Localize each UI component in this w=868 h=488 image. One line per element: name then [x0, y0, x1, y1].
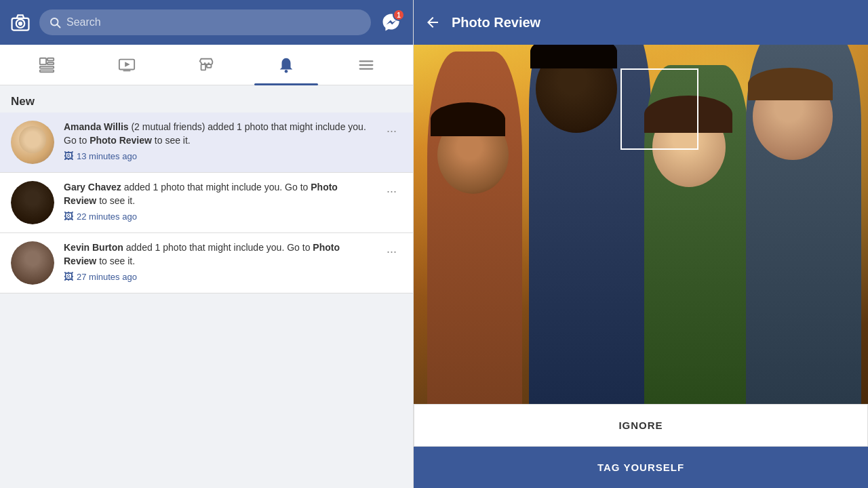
- notif-time-1: 🖼 13 minutes ago: [64, 150, 372, 161]
- search-icon: [49, 16, 61, 28]
- messenger-badge: 1: [393, 9, 405, 21]
- avatar-3: [11, 241, 54, 285]
- svg-rect-14: [207, 64, 212, 68]
- svg-point-15: [285, 69, 288, 73]
- more-options-1[interactable]: ···: [381, 121, 402, 141]
- nav-bar: [0, 45, 413, 85]
- left-panel: 1: [0, 0, 414, 488]
- notif-content-1: Amanda Willis (2 mutual friends) added 1…: [64, 121, 372, 161]
- svg-rect-6: [47, 58, 54, 60]
- photo-review-title: Photo Review: [452, 15, 540, 30]
- notification-item-2[interactable]: Gary Chavez added 1 photo that might inc…: [0, 173, 413, 233]
- back-button[interactable]: [425, 14, 441, 30]
- nav-item-watch[interactable]: [87, 45, 167, 85]
- notif-content-2: Gary Chavez added 1 photo that might inc…: [64, 181, 372, 222]
- notif-text-1: Amanda Willis (2 mutual friends) added 1…: [64, 121, 372, 147]
- more-options-2[interactable]: ···: [381, 181, 402, 201]
- nav-item-news-feed[interactable]: [7, 45, 87, 85]
- avatar-2: [11, 181, 54, 224]
- svg-rect-7: [47, 62, 54, 64]
- avatar-1: [11, 121, 54, 164]
- face-tag-box: [620, 68, 698, 150]
- notifications-section: New Amanda Willis (2 mutual friends) add…: [0, 85, 413, 488]
- notif-time-3: 🖼 27 minutes ago: [64, 271, 372, 282]
- messenger-button[interactable]: 1: [378, 9, 405, 36]
- photo-review-header: Photo Review: [414, 0, 868, 45]
- more-options-3[interactable]: ···: [381, 241, 402, 262]
- group-photo: [414, 45, 868, 404]
- nav-item-marketplace[interactable]: [167, 45, 247, 85]
- notif-text-3: Kevin Burton added 1 photo that might in…: [64, 241, 372, 268]
- notif-content-3: Kevin Burton added 1 photo that might in…: [64, 241, 372, 282]
- notification-item-1[interactable]: Amanda Willis (2 mutual friends) added 1…: [0, 113, 413, 173]
- svg-point-2: [18, 22, 22, 26]
- ignore-button[interactable]: IGNORE: [414, 404, 868, 447]
- notification-item-3[interactable]: Kevin Burton added 1 photo that might in…: [0, 233, 413, 293]
- notif-text-2: Gary Chavez added 1 photo that might inc…: [64, 181, 372, 207]
- svg-rect-9: [40, 70, 54, 72]
- svg-rect-5: [40, 58, 46, 64]
- search-bar[interactable]: [39, 9, 371, 35]
- nav-item-notifications[interactable]: [246, 45, 326, 85]
- photo-area: [414, 45, 868, 404]
- svg-rect-8: [40, 66, 54, 68]
- camera-icon[interactable]: [8, 10, 33, 35]
- photo-icon-1: 🖼: [64, 150, 73, 161]
- top-bar: 1: [0, 0, 413, 45]
- svg-marker-11: [125, 62, 130, 66]
- search-input[interactable]: [66, 16, 361, 28]
- right-panel: Photo Review: [414, 0, 868, 488]
- svg-line-4: [57, 24, 60, 27]
- photo-icon-2: 🖼: [64, 211, 73, 222]
- action-buttons: IGNORE TAG YOURSELF: [414, 404, 868, 488]
- tag-yourself-button[interactable]: TAG YOURSELF: [414, 447, 868, 488]
- svg-rect-13: [201, 64, 206, 70]
- notif-time-2: 🖼 22 minutes ago: [64, 211, 372, 222]
- photo-icon-3: 🖼: [64, 271, 73, 282]
- nav-item-menu[interactable]: [326, 45, 406, 85]
- new-section-label: New: [0, 85, 413, 113]
